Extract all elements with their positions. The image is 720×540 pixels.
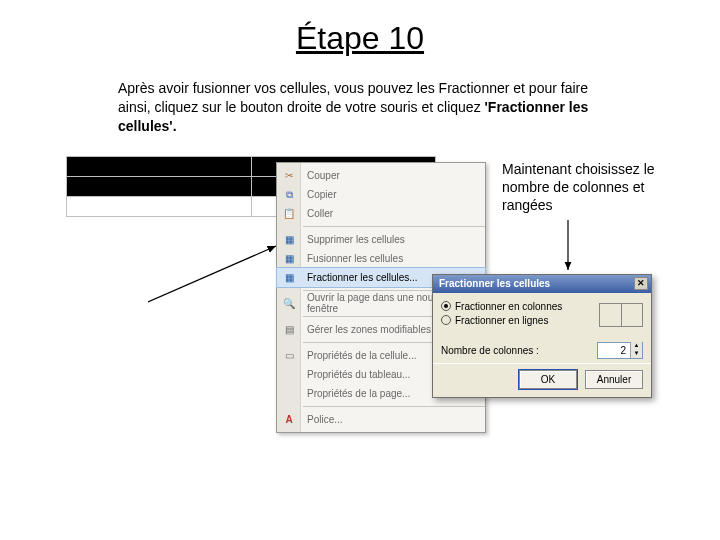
ok-button[interactable]: OK: [519, 370, 577, 389]
copy-icon: ⧉: [281, 187, 297, 202]
table-icon: ▦: [281, 251, 297, 266]
svg-line-0: [148, 246, 276, 302]
ncols-value: 2: [598, 345, 630, 356]
split-cells-dialog: Fractionner les cellules ✕ Fractionner e…: [432, 274, 652, 398]
table-icon: ▦: [281, 232, 297, 247]
illustration-stage: ✂Couper ⧉Copier 📋Coller ▦Supprimer les c…: [0, 156, 720, 456]
ncols-spinner[interactable]: 2 ▲▼: [597, 342, 643, 359]
radio-split-rows[interactable]: Fractionner en lignes: [441, 315, 562, 326]
menu-separator: [303, 406, 485, 407]
font-icon: A: [281, 412, 297, 427]
slide-title: Étape 10: [0, 20, 720, 57]
menu-item-paste[interactable]: 📋Coller: [277, 204, 485, 223]
close-button[interactable]: ✕: [634, 277, 648, 290]
menu-item-font[interactable]: APolice...: [277, 410, 485, 429]
cancel-button[interactable]: Annuler: [585, 370, 643, 389]
table-icon: ▦: [281, 270, 297, 285]
dialog-title: Fractionner les cellules: [439, 278, 550, 289]
menu-separator: [303, 226, 485, 227]
pointer-arrow: [560, 220, 600, 280]
spinner-up-icon[interactable]: ▲: [630, 342, 642, 350]
spinner-down-icon[interactable]: ▼: [630, 350, 642, 358]
menu-item-cut[interactable]: ✂Couper: [277, 166, 485, 185]
intro-paragraph: Après avoir fusionner vos cellules, vous…: [118, 79, 620, 136]
annotation-text: Maintenant choisissez le nombre de colon…: [502, 160, 672, 215]
paste-icon: 📋: [281, 206, 297, 221]
properties-icon: ▭: [281, 348, 297, 363]
radio-icon: [441, 315, 451, 325]
scissors-icon: ✂: [281, 168, 297, 183]
radio-split-columns[interactable]: Fractionner en colonnes: [441, 301, 562, 312]
ncols-label: Nombre de colonnes :: [441, 345, 539, 356]
pointer-arrow: [148, 244, 278, 304]
menu-item-merge-cells[interactable]: ▦Fusionner les cellules: [277, 249, 485, 268]
grid-icon: ▤: [281, 322, 297, 337]
radio-icon: [441, 301, 451, 311]
dialog-titlebar: Fractionner les cellules ✕: [433, 275, 651, 293]
menu-item-copy[interactable]: ⧉Copier: [277, 185, 485, 204]
magnifier-icon: 🔍: [281, 296, 297, 311]
split-preview: [599, 303, 643, 327]
menu-item-delete-cells[interactable]: ▦Supprimer les cellules: [277, 230, 485, 249]
